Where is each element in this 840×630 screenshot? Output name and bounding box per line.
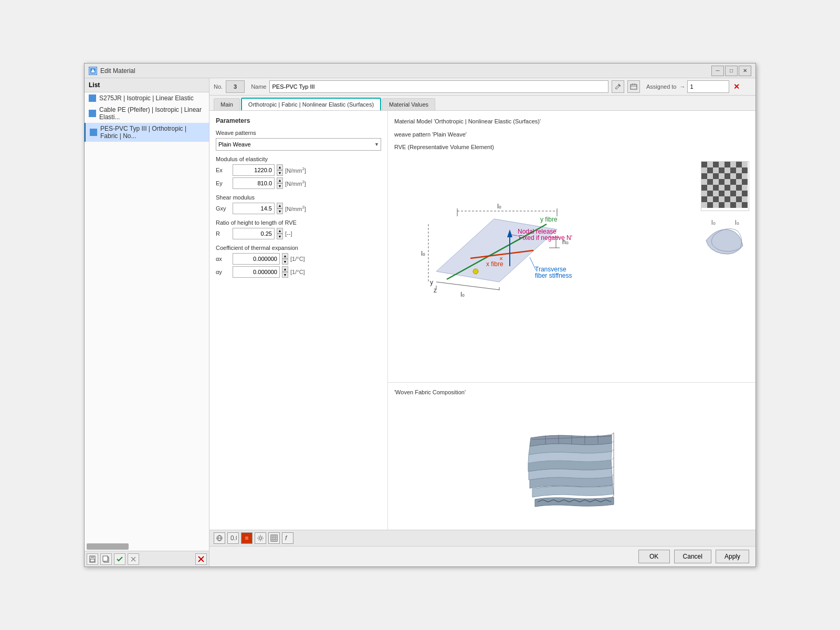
svg-text:'Fixed if negative N': 'Fixed if negative N' — [518, 234, 572, 242]
svg-rect-48 — [707, 162, 713, 167]
Ex-input[interactable] — [233, 164, 275, 176]
svg-line-120 — [612, 449, 614, 452]
Ey-input[interactable] — [233, 177, 275, 189]
svg-rect-101 — [736, 196, 742, 202]
Ex-spinner: ▲ ▼ — [277, 164, 283, 176]
Ex-label: Ex — [216, 167, 230, 173]
sidebar-item-2[interactable]: Cable PE (Pfeifer) | Isotropic | Linear … — [85, 104, 209, 123]
svg-rect-94 — [742, 191, 748, 196]
title-bar: Edit Material ─ □ ✕ — [85, 64, 755, 78]
svg-rect-59 — [724, 167, 730, 173]
ok-button[interactable]: OK — [638, 550, 670, 563]
ay-up-button[interactable]: ▲ — [282, 266, 288, 272]
tab-material-values[interactable]: Material Values — [382, 98, 435, 110]
svg-rect-110 — [742, 202, 748, 208]
Ey-unit: [N/mm2] — [285, 180, 306, 187]
svg-rect-109 — [736, 202, 742, 208]
svg-rect-91 — [724, 191, 730, 196]
Ey-up-button[interactable]: ▲ — [277, 177, 283, 183]
ax-unit: [1/°C] — [290, 256, 305, 262]
close-button[interactable]: ✕ — [739, 66, 751, 76]
cancel-button[interactable]: Cancel — [674, 550, 711, 563]
ax-down-button[interactable]: ▼ — [282, 259, 288, 265]
R-up-button[interactable]: ▲ — [277, 228, 283, 234]
tabs-row: Main Orthotropic | Fabric | Nonlinear El… — [209, 96, 755, 110]
globe-icon-button[interactable] — [214, 532, 225, 544]
svg-rect-96 — [707, 196, 713, 202]
svg-rect-90 — [719, 191, 724, 196]
svg-rect-99 — [724, 196, 730, 202]
Gxy-spinner: ▲ ▼ — [277, 203, 283, 214]
svg-rect-51 — [724, 162, 730, 167]
top-bar: No. 3 Name Assigned to — [209, 78, 755, 96]
svg-rect-84 — [730, 185, 736, 191]
svg-rect-74 — [719, 179, 724, 185]
info-button[interactable] — [627, 80, 640, 93]
info-panel: Material Model 'Orthotropic | Nonlinear … — [388, 111, 755, 530]
svg-rect-67 — [724, 173, 730, 179]
svg-text:l₀: l₀ — [735, 219, 739, 226]
material-icon-button[interactable] — [241, 532, 253, 544]
item-color-3 — [90, 129, 97, 136]
grid-icon-button[interactable] — [268, 532, 280, 544]
R-unit: [--] — [285, 230, 292, 237]
name-field-group: Name — [251, 80, 640, 93]
Gxy-input[interactable] — [233, 203, 275, 214]
svg-rect-3 — [90, 559, 94, 562]
settings-icon-button[interactable] — [255, 532, 266, 544]
ay-down-button[interactable]: ▼ — [282, 272, 288, 278]
svg-text:l₀: l₀ — [421, 250, 425, 257]
weave-pattern-select[interactable]: Plain Weave Twill Weave Satin Weave — [216, 138, 381, 151]
bottom-action-bar: OK Cancel Apply — [209, 546, 755, 566]
svg-line-22 — [436, 282, 499, 290]
sidebar-scrollbar[interactable] — [87, 543, 129, 550]
svg-point-131 — [259, 537, 262, 540]
Gxy-up-button[interactable]: ▲ — [277, 203, 283, 208]
name-label: Name — [251, 83, 266, 90]
Ey-spinner: ▲ ▼ — [277, 177, 283, 189]
rve-diagram: l₀ l₀ — [394, 156, 692, 299]
name-input[interactable] — [269, 80, 608, 93]
number-icon-button[interactable]: 0.0 — [227, 532, 239, 544]
Gxy-down-button[interactable]: ▼ — [277, 208, 283, 214]
check-button[interactable] — [114, 553, 125, 565]
tab-main[interactable]: Main — [214, 98, 240, 110]
Ex-up-button[interactable]: ▲ — [277, 164, 283, 170]
ax-input[interactable] — [233, 253, 280, 265]
svg-rect-132 — [271, 535, 277, 541]
svg-rect-62 — [742, 167, 748, 173]
apply-button[interactable]: Apply — [716, 550, 749, 563]
rve-ratio-label: Ratio of height to length of RVE — [216, 219, 381, 226]
edit-name-button[interactable] — [612, 80, 624, 93]
main-panel: No. 3 Name Assigned to — [209, 78, 755, 566]
copy-list-button[interactable] — [100, 553, 112, 565]
minimize-button[interactable]: ─ — [711, 66, 724, 76]
assigned-input[interactable] — [687, 80, 729, 93]
tab-orthotropic[interactable]: Orthotropic | Fabric | Nonlinear Elastic… — [241, 98, 381, 110]
Ex-down-button[interactable]: ▼ — [277, 170, 283, 176]
ax-up-button[interactable]: ▲ — [282, 253, 288, 259]
Ey-down-button[interactable]: ▼ — [277, 183, 283, 189]
window-title: Edit Material — [100, 67, 711, 75]
R-spinner: ▲ ▼ — [277, 228, 283, 239]
svg-rect-130 — [245, 537, 248, 540]
save-list-button[interactable] — [87, 553, 98, 565]
svg-rect-93 — [736, 191, 742, 196]
ay-input[interactable] — [233, 266, 280, 278]
window-icon — [89, 67, 97, 75]
function-icon-button[interactable]: f — [282, 532, 293, 544]
sidebar-item-3[interactable]: PES-PVC Typ III | Orthotropic | Fabric |… — [85, 123, 209, 142]
delete-button[interactable] — [195, 553, 207, 565]
svg-rect-92 — [730, 191, 736, 196]
R-down-button[interactable]: ▼ — [277, 234, 283, 239]
R-input[interactable] — [233, 228, 275, 239]
uncheck-button[interactable] — [128, 553, 139, 565]
modulus-label: Modulus of elasticity — [216, 156, 381, 162]
svg-rect-102 — [742, 196, 748, 202]
svg-rect-108 — [730, 202, 736, 208]
sidebar-item-1[interactable]: S275JR | Isotropic | Linear Elastic — [85, 92, 209, 104]
maximize-button[interactable]: □ — [725, 66, 738, 76]
Ey-row: Ey ▲ ▼ [N/mm2] — [216, 177, 381, 189]
assigned-clear-button[interactable]: ✕ — [731, 81, 742, 92]
params-panel: Parameters Weave patterns Plain Weave Tw… — [209, 111, 388, 530]
